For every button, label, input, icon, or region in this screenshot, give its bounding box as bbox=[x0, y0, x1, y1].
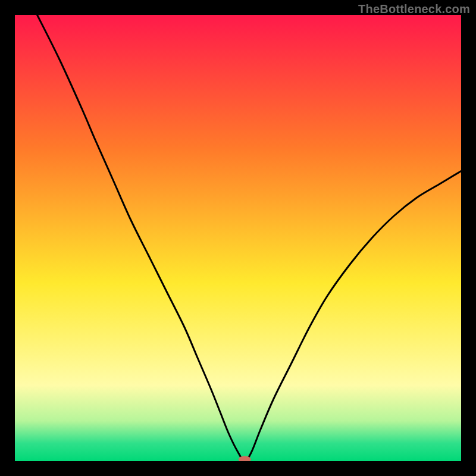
bottleneck-plot bbox=[15, 15, 461, 461]
watermark-text: TheBottleneck.com bbox=[358, 2, 470, 16]
chart-stage: TheBottleneck.com bbox=[0, 0, 476, 476]
gradient-background bbox=[15, 15, 461, 461]
